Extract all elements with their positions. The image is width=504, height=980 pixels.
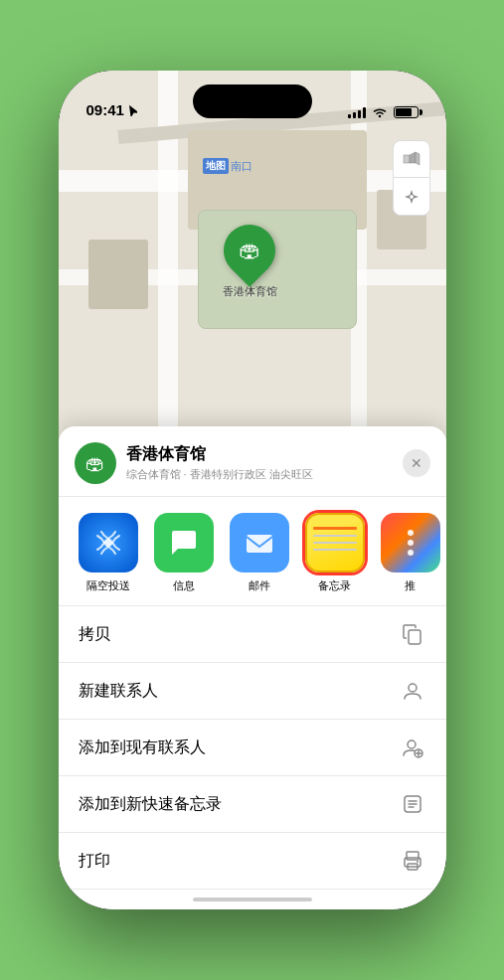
airdrop-label: 隔空投送 (86, 578, 130, 593)
svg-rect-4 (247, 535, 272, 553)
location-icon: 🏟 (75, 442, 116, 484)
new-contact-label: 新建联系人 (79, 681, 158, 702)
signal-icon (348, 106, 366, 118)
status-icons (348, 106, 419, 118)
add-existing-label: 添加到现有联系人 (79, 737, 206, 758)
action-print[interactable]: 打印 (59, 833, 446, 890)
bottom-sheet: 🏟 香港体育馆 综合体育馆 · 香港特别行政区 油尖旺区 ✕ (59, 426, 446, 909)
status-time: 09:41 (86, 101, 137, 118)
action-add-existing[interactable]: 添加到现有联系人 (59, 720, 446, 776)
svg-point-6 (409, 684, 417, 692)
share-app-airdrop[interactable]: 隔空投送 (79, 513, 138, 593)
svg-marker-1 (410, 152, 416, 163)
mail-icon (230, 513, 289, 572)
map-controls (393, 140, 430, 216)
time-display: 09:41 (86, 101, 124, 118)
action-new-contact[interactable]: 新建联系人 (59, 663, 446, 720)
new-contact-icon (399, 677, 426, 705)
location-name: 香港体育馆 (126, 444, 403, 465)
print-icon (399, 847, 426, 875)
copy-label: 拷贝 (79, 624, 110, 645)
more-label: 推 (405, 578, 416, 593)
add-notes-icon (399, 790, 426, 818)
print-label: 打印 (79, 851, 110, 872)
svg-point-3 (104, 539, 112, 547)
home-indicator (193, 898, 312, 901)
phone-frame: 09:41 (59, 71, 446, 909)
add-notes-label: 添加到新快速备忘录 (79, 794, 222, 815)
share-apps-row: 隔空投送 信息 (59, 497, 446, 606)
svg-rect-0 (404, 155, 410, 163)
map-type-icon (402, 149, 421, 169)
notes-icon (305, 513, 365, 572)
location-button[interactable] (393, 178, 430, 216)
phone-screen: 09:41 (59, 71, 446, 909)
svg-point-7 (408, 740, 416, 748)
copy-icon (399, 620, 426, 648)
action-add-notes[interactable]: 添加到新快速备忘录 (59, 776, 446, 833)
action-copy[interactable]: 拷贝 (59, 606, 446, 663)
share-app-messages[interactable]: 信息 (154, 513, 214, 593)
notes-label: 备忘录 (318, 578, 351, 593)
location-detail: 综合体育馆 · 香港特别行政区 油尖旺区 (126, 467, 403, 482)
mail-label: 邮件 (249, 578, 270, 593)
map-area[interactable]: 地图 南口 🏟 香港体育馆 (59, 71, 446, 488)
add-existing-icon (399, 734, 426, 761)
messages-icon (154, 513, 214, 572)
share-app-mail[interactable]: 邮件 (230, 513, 289, 593)
compass-icon (403, 188, 420, 206)
more-apps-icon (381, 513, 440, 572)
svg-point-18 (417, 861, 419, 863)
share-app-notes[interactable]: 备忘录 (305, 513, 365, 593)
svg-marker-2 (416, 152, 420, 165)
close-button[interactable]: ✕ (403, 449, 430, 477)
airdrop-icon (79, 513, 138, 572)
svg-rect-15 (407, 852, 419, 860)
location-pin: 🏟 香港体育馆 (223, 225, 277, 299)
location-info: 香港体育馆 综合体育馆 · 香港特别行政区 油尖旺区 (126, 444, 403, 482)
location-indicator-icon (127, 104, 137, 116)
battery-icon (394, 106, 419, 118)
location-header: 🏟 香港体育馆 综合体育馆 · 香港特别行政区 油尖旺区 ✕ (59, 426, 446, 497)
wifi-icon (372, 106, 388, 118)
map-type-button[interactable] (393, 140, 430, 178)
map-label-nankou: 地图 南口 (203, 158, 252, 174)
svg-rect-5 (409, 630, 420, 644)
dynamic-island (193, 84, 312, 118)
share-app-more[interactable]: 推 (381, 513, 440, 593)
messages-label: 信息 (173, 578, 195, 593)
